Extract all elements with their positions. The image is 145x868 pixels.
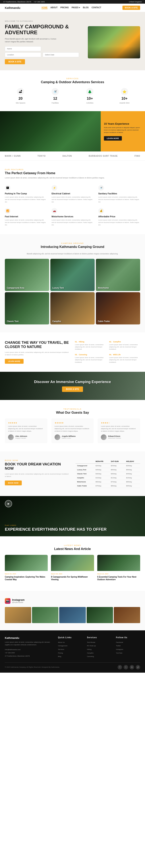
news-card-1[interactable]: March 03, 2024 Camping Inspiration: Expl…: [5, 555, 48, 583]
instagram-section: 📷 Instagram @Kathmandu: [0, 591, 145, 630]
hero-date-input[interactable]: [43, 52, 79, 57]
booking-button[interactable]: BOOK NOW: [5, 480, 22, 485]
instagram-item-1[interactable]: [5, 607, 31, 623]
booking-row-3-cell-1: $10/day: [94, 476, 109, 480]
banner-right: 15 Years Experience Nulla ante lorem pri…: [101, 111, 145, 151]
footer-service-campfire[interactable]: Campfire: [87, 651, 111, 655]
testimonial-1: ★★★★★ Lorem ipsum dolor sit amet, consec…: [5, 418, 47, 443]
footer-service-rv[interactable]: RV Hook-up: [87, 644, 111, 648]
hero-name-input[interactable]: [5, 46, 41, 51]
footer-service-canoeing[interactable]: Canoeing: [87, 655, 111, 658]
camping-card-5[interactable]: Campfire: [50, 292, 95, 324]
features-title: The Perfect Getaway From Home: [5, 172, 140, 175]
footer-services-title: Services: [87, 637, 111, 639]
camping-card-5-label: Campfire: [52, 320, 61, 322]
instagram-item-2[interactable]: [32, 607, 58, 623]
booking-row-4-cell-0: Motorhome: [76, 480, 94, 484]
activities-learn-more-button[interactable]: LEARN MORE: [5, 359, 24, 364]
author-role-2: Nature Lover: [62, 437, 76, 439]
news-image-1: [5, 555, 48, 571]
booking-table-row: Luxury Tent$45/day$55/day$65/day: [76, 468, 140, 472]
partner-2: TOKYO: [37, 155, 46, 157]
news-card-2[interactable]: March 08, 2024 8 Campgrounds For Spring …: [51, 555, 94, 583]
footer-facebook[interactable]: Facebook: [116, 641, 140, 644]
footer-quick-links-title: Quick Links: [58, 637, 82, 639]
services-grid: 🏕 20 Site Spaces 🚿 12 Facilities 🌲 10+ A…: [5, 88, 140, 104]
play-button[interactable]: ▶: [5, 500, 12, 507]
testimonial-1-author: Alex Johnson Happy Camper: [8, 434, 44, 440]
news-content-3: March 14, 2024 5 Essential Camping Tools…: [97, 571, 140, 583]
footer-youtube[interactable]: YouTube: [116, 651, 140, 655]
instagram-handle: @Kathmandu: [12, 601, 25, 603]
cta-book-button[interactable]: BOOK A SITE: [62, 386, 83, 392]
navigation: Kathmandu HOME ABOUT PRICING PAGES ▾ BLO…: [0, 4, 145, 12]
service-label-2: Facilities: [52, 102, 59, 104]
activity-campfire: 02. Campfire Lorem ipsum dolor sit amet,…: [109, 341, 140, 350]
nav-cta-button[interactable]: BOOK A SITE: [122, 6, 140, 10]
service-count-4: 10+: [121, 96, 128, 101]
footer-link-blog[interactable]: Blog: [58, 655, 82, 658]
booking-row-2-cell-3: $45/day: [125, 472, 140, 476]
news-image-2: [51, 555, 94, 571]
footer-link-pricing[interactable]: Pricing: [58, 651, 82, 655]
hero-location-input[interactable]: [5, 52, 41, 57]
camping-card-2-label: Luxury Tent: [52, 287, 64, 289]
footer-follow-title: Follow Us: [116, 637, 140, 639]
table-header-type: [76, 459, 94, 464]
service-item-4: ⭐ 10+ Awards Won: [109, 88, 140, 104]
banner-learn-more-button[interactable]: LEARN MORE: [104, 136, 122, 141]
camping-card-1[interactable]: Campground Area: [5, 259, 49, 291]
instagram-item-4[interactable]: [87, 607, 113, 623]
footer-twitter[interactable]: Twitter: [116, 644, 140, 648]
footer-service-hiking[interactable]: Hiking: [87, 648, 111, 651]
footer-copyright: © 2024 Kathmandu Camping. All Rights Res…: [5, 666, 60, 668]
nav-pages[interactable]: PAGES ▾: [71, 6, 80, 9]
footer-services: Services Tent Rental RV Hook-up Hiking C…: [87, 637, 111, 658]
social-twitter-icon[interactable]: t: [124, 665, 128, 670]
news-image-3: [97, 555, 140, 571]
instagram-item-5[interactable]: [114, 607, 140, 623]
social-facebook-icon[interactable]: f: [118, 665, 122, 670]
feature-sanitary-title: Sanitary Facilities: [98, 192, 140, 195]
news-card-3[interactable]: March 14, 2024 5 Essential Camping Tools…: [97, 555, 140, 583]
camping-card-4[interactable]: Classic Tent: [5, 292, 49, 324]
author-name-2: Angela Williams: [62, 435, 76, 437]
nav-home[interactable]: HOME: [41, 6, 48, 9]
video-tag: PLAY VIDEO: [5, 524, 107, 526]
author-role-3: Adventure Seeker: [108, 437, 121, 439]
feature-internet-desc: Lorem ipsum dolor sit amet, consectetur …: [5, 219, 47, 226]
footer-link-services[interactable]: Services: [58, 648, 82, 651]
nav-contact[interactable]: CONTACT: [91, 6, 101, 9]
footer-service-tent[interactable]: Tent Rental: [87, 641, 111, 644]
nav-blog[interactable]: BLOG: [83, 6, 89, 9]
electrical-icon: ⚡: [52, 185, 57, 191]
nav-about[interactable]: ABOUT: [50, 6, 58, 9]
feature-parking: 🅿 Parking In The Camp Lorem ipsum dolor …: [5, 185, 47, 203]
partners-section: MARK / GUNN TOKYO DALTON BARBADOS SURF T…: [0, 151, 145, 160]
footer-link-about[interactable]: About Us: [58, 641, 82, 644]
footer-quick-links-list: About Us Campground Services Pricing Blo…: [58, 641, 82, 658]
author-avatar-3: [101, 434, 107, 440]
instagram-item-3[interactable]: [59, 607, 86, 623]
hero-book-button[interactable]: BOOK A SITE: [5, 59, 25, 64]
banner-forest-bg: [0, 111, 101, 151]
activities-layout: Change The Way You Travel, Be Closer To …: [5, 341, 140, 364]
footer-link-campground[interactable]: Campground: [58, 644, 82, 648]
social-youtube-icon[interactable]: yt: [136, 665, 140, 670]
top-bar-phone: +47 399 2905: [34, 1, 45, 3]
testimonial-3: ★★★★☆ Lorem ipsum dolor sit amet, consec…: [98, 418, 140, 443]
feature-internet-title: Fast Internet: [5, 215, 47, 218]
banner-forest-image: [0, 111, 101, 151]
features-description: Lorem ipsum dolor sit amet, consectetur …: [5, 177, 140, 180]
nav-pricing[interactable]: PRICING: [60, 6, 69, 9]
footer-instagram[interactable]: Instagram: [116, 648, 140, 651]
social-instagram-icon[interactable]: in: [130, 665, 134, 670]
activities-description: Lorem ipsum dolor sit amet, consectetur …: [5, 351, 70, 356]
news-section: LATEST NEWS Latest News And Article Marc…: [0, 536, 145, 591]
camping-card-3[interactable]: Motorhome: [96, 259, 140, 291]
footer-bottom: © 2024 Kathmandu Camping. All Rights Res…: [5, 662, 140, 670]
footer-services-list: Tent Rental RV Hook-up Hiking Campfire C…: [87, 641, 111, 658]
hero-image-overlay: [88, 46, 140, 58]
camping-card-6[interactable]: Cabin Trailer: [96, 292, 140, 324]
camping-card-2[interactable]: Luxury Tent: [50, 259, 95, 291]
